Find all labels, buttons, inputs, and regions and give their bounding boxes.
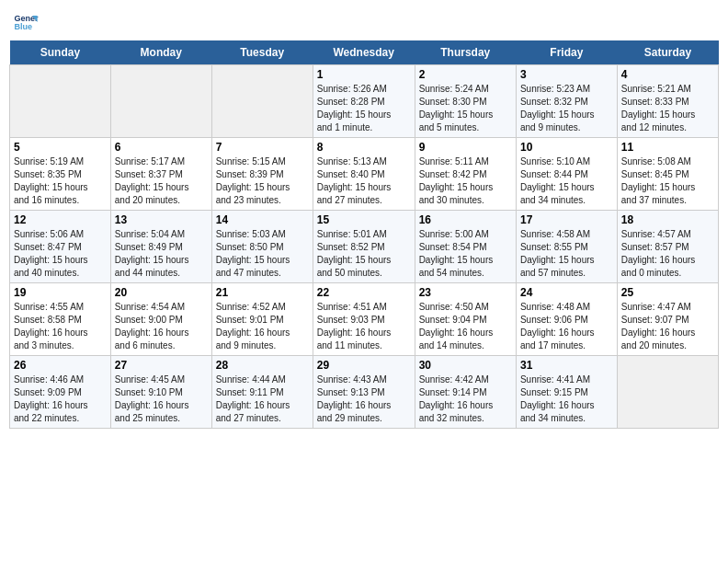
date-number: 12: [14, 213, 107, 226]
day-header-saturday: Saturday: [617, 40, 718, 65]
cell-line: Sunrise: 5:06 AM: [14, 228, 107, 241]
cell-line: Daylight: 16 hours: [317, 327, 411, 339]
date-number: 19: [14, 286, 107, 299]
cell-line: Daylight: 15 hours: [419, 181, 512, 194]
date-number: 7: [216, 141, 309, 154]
cell-line: Sunrise: 4:52 AM: [216, 301, 309, 314]
calendar-cell: 22Sunrise: 4:51 AMSunset: 9:03 PMDayligh…: [313, 283, 415, 356]
cell-line: and 1 minute.: [317, 121, 411, 134]
cell-line: and 23 minutes.: [216, 194, 309, 207]
cell-line: Sunset: 8:40 PM: [317, 168, 411, 181]
cell-line: Sunset: 8:44 PM: [520, 168, 613, 181]
cell-line: Daylight: 15 hours: [317, 181, 411, 194]
calendar-cell: 29Sunrise: 4:43 AMSunset: 9:13 PMDayligh…: [313, 356, 415, 429]
cell-line: Daylight: 16 hours: [621, 254, 714, 267]
calendar-cell: 27Sunrise: 4:45 AMSunset: 9:10 PMDayligh…: [110, 356, 211, 429]
week-row-3: 12Sunrise: 5:06 AMSunset: 8:47 PMDayligh…: [10, 211, 719, 283]
cell-line: Sunrise: 5:15 AM: [216, 155, 309, 168]
calendar-cell: 4Sunrise: 5:21 AMSunset: 8:33 PMDaylight…: [617, 65, 718, 138]
calendar-cell: 12Sunrise: 5:06 AMSunset: 8:47 PMDayligh…: [10, 211, 111, 283]
cell-line: Daylight: 15 hours: [317, 109, 411, 121]
cell-line: Daylight: 15 hours: [115, 254, 208, 267]
cell-line: Sunrise: 4:47 AM: [621, 301, 714, 314]
cell-line: and 0 minutes.: [621, 267, 714, 280]
cell-line: Daylight: 16 hours: [419, 399, 512, 412]
cell-line: Sunrise: 5:17 AM: [115, 155, 208, 168]
cell-line: Sunset: 9:11 PM: [216, 386, 309, 399]
week-row-5: 26Sunrise: 4:46 AMSunset: 9:09 PMDayligh…: [10, 356, 719, 429]
cell-line: Sunrise: 5:21 AM: [621, 83, 714, 96]
date-number: 4: [621, 68, 714, 81]
cell-line: and 50 minutes.: [317, 267, 411, 280]
cell-line: Sunrise: 4:41 AM: [520, 373, 613, 386]
cell-line: Sunrise: 5:23 AM: [520, 83, 613, 96]
cell-line: and 20 minutes.: [115, 194, 208, 207]
cell-line: Sunrise: 5:08 AM: [621, 155, 714, 168]
cell-line: Daylight: 15 hours: [115, 181, 208, 194]
cell-line: and 40 minutes.: [14, 267, 107, 280]
cell-line: and 14 minutes.: [419, 339, 512, 352]
cell-line: Sunset: 9:09 PM: [14, 386, 107, 399]
calendar-cell: 5Sunrise: 5:19 AMSunset: 8:35 PMDaylight…: [10, 138, 111, 211]
cell-line: Daylight: 16 hours: [14, 399, 107, 412]
cell-line: Daylight: 15 hours: [621, 109, 714, 121]
date-number: 9: [419, 141, 512, 154]
cell-line: and 6 minutes.: [115, 339, 208, 352]
calendar-cell: 1Sunrise: 5:26 AMSunset: 8:28 PMDaylight…: [313, 65, 415, 138]
cell-line: Sunset: 9:13 PM: [317, 386, 411, 399]
cell-line: Sunrise: 5:11 AM: [419, 155, 512, 168]
date-number: 20: [115, 286, 208, 299]
date-number: 10: [520, 141, 613, 154]
logo-icon: General Blue: [13, 9, 39, 35]
cell-line: Sunset: 8:57 PM: [621, 241, 714, 254]
cell-line: Daylight: 16 hours: [115, 327, 208, 339]
calendar-cell: 2Sunrise: 5:24 AMSunset: 8:30 PMDaylight…: [415, 65, 516, 138]
logo: General Blue: [13, 9, 40, 35]
date-number: 5: [14, 141, 107, 154]
cell-line: and 32 minutes.: [419, 412, 512, 425]
week-row-2: 5Sunrise: 5:19 AMSunset: 8:35 PMDaylight…: [10, 138, 719, 211]
date-number: 15: [317, 213, 411, 226]
cell-line: Sunrise: 5:19 AM: [14, 155, 107, 168]
day-header-thursday: Thursday: [415, 40, 516, 65]
cell-line: and 5 minutes.: [419, 121, 512, 134]
cell-line: Sunrise: 5:24 AM: [419, 83, 512, 96]
cell-line: and 37 minutes.: [621, 194, 714, 207]
cell-line: Daylight: 16 hours: [419, 327, 512, 339]
calendar-cell: 20Sunrise: 4:54 AMSunset: 9:00 PMDayligh…: [110, 283, 211, 356]
day-header-friday: Friday: [516, 40, 617, 65]
calendar-cell: 9Sunrise: 5:11 AMSunset: 8:42 PMDaylight…: [415, 138, 516, 211]
cell-line: and 27 minutes.: [317, 194, 411, 207]
cell-line: Sunset: 8:39 PM: [216, 168, 309, 181]
cell-line: Daylight: 16 hours: [115, 399, 208, 412]
cell-line: and 20 minutes.: [621, 339, 714, 352]
cell-line: and 54 minutes.: [419, 267, 512, 280]
date-number: 25: [621, 286, 714, 299]
calendar-cell: 26Sunrise: 4:46 AMSunset: 9:09 PMDayligh…: [10, 356, 111, 429]
cell-line: Sunset: 9:14 PM: [419, 386, 512, 399]
date-number: 29: [317, 359, 411, 372]
cell-line: Sunset: 8:55 PM: [520, 241, 613, 254]
date-number: 2: [419, 68, 512, 81]
date-number: 17: [520, 213, 613, 226]
calendar-cell: 21Sunrise: 4:52 AMSunset: 9:01 PMDayligh…: [211, 283, 313, 356]
date-number: 30: [419, 359, 512, 372]
page-header: General Blue: [9, 9, 719, 35]
cell-line: Sunset: 8:54 PM: [419, 241, 512, 254]
cell-line: Sunset: 8:58 PM: [14, 314, 107, 327]
calendar-cell: 10Sunrise: 5:10 AMSunset: 8:44 PMDayligh…: [516, 138, 617, 211]
cell-line: Sunrise: 5:13 AM: [317, 155, 411, 168]
cell-line: Daylight: 15 hours: [419, 109, 512, 121]
cell-line: Sunrise: 4:48 AM: [520, 301, 613, 314]
calendar-cell: 25Sunrise: 4:47 AMSunset: 9:07 PMDayligh…: [617, 283, 718, 356]
calendar-cell: 11Sunrise: 5:08 AMSunset: 8:45 PMDayligh…: [617, 138, 718, 211]
cell-line: Sunset: 9:06 PM: [520, 314, 613, 327]
date-number: 26: [14, 359, 107, 372]
date-number: 6: [115, 141, 208, 154]
calendar-cell: 14Sunrise: 5:03 AMSunset: 8:50 PMDayligh…: [211, 211, 313, 283]
cell-line: Daylight: 16 hours: [317, 399, 411, 412]
cell-line: Sunrise: 5:01 AM: [317, 228, 411, 241]
cell-line: Sunrise: 5:03 AM: [216, 228, 309, 241]
cell-line: and 29 minutes.: [317, 412, 411, 425]
date-number: 13: [115, 213, 208, 226]
